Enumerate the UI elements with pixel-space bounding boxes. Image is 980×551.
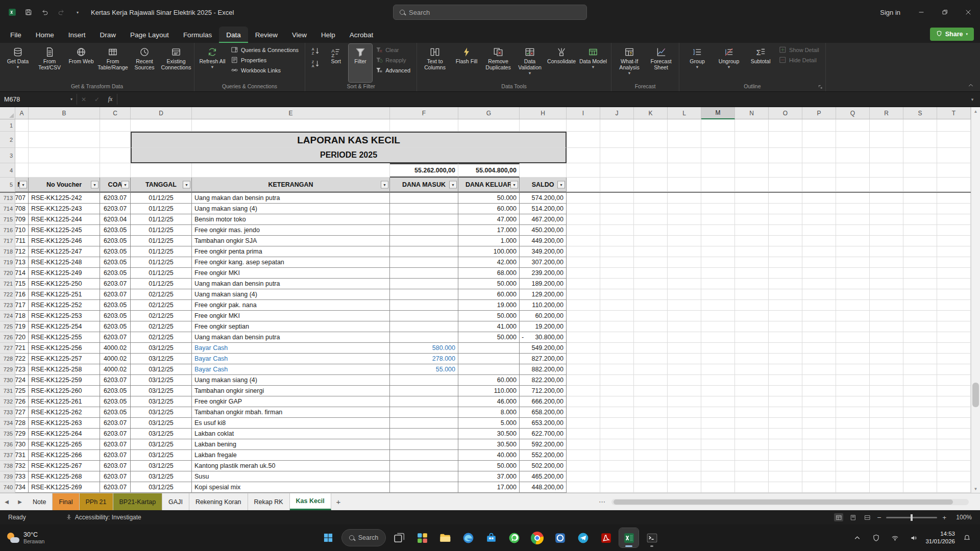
cell-S[interactable] (903, 471, 937, 482)
cell-M[interactable] (701, 450, 735, 461)
cell-I[interactable] (567, 375, 600, 386)
cell-F733[interactable] (390, 407, 458, 418)
cell-G727[interactable] (458, 343, 520, 354)
cell-M[interactable] (701, 311, 735, 321)
filter-button-F[interactable]: ▼ (449, 181, 457, 188)
cell-R[interactable] (870, 396, 903, 407)
cell-A716[interactable]: 710 (15, 225, 29, 236)
cell-Q[interactable] (836, 193, 870, 204)
cell-O[interactable] (769, 407, 802, 418)
cell-C[interactable] (100, 119, 131, 132)
properties-button[interactable]: Properties (230, 56, 301, 64)
cell-R[interactable] (870, 375, 903, 386)
workbook-links-button[interactable]: Workbook Links (230, 66, 301, 74)
cell-J[interactable] (600, 163, 634, 178)
cell-C715[interactable]: 6203.04 (100, 214, 131, 225)
row-header-729[interactable]: 729 (0, 364, 15, 375)
flash-fill-button[interactable]: Flash Fill (451, 44, 482, 82)
cell-F727[interactable]: 580.000 (390, 343, 458, 354)
cell-Q[interactable] (836, 268, 870, 279)
cell-E[interactable] (192, 119, 390, 132)
cell-A[interactable] (15, 119, 29, 132)
cell-A736[interactable]: 730 (15, 439, 29, 450)
cell-K[interactable] (634, 418, 668, 429)
insert-function-button[interactable]: fx (104, 95, 117, 103)
cell-G726[interactable]: 50.000 (458, 332, 520, 343)
cell-N[interactable] (735, 204, 769, 214)
cell-M[interactable] (701, 132, 735, 148)
cell-H734[interactable]: 653.200,00 (520, 418, 567, 429)
cell-Q[interactable] (836, 236, 870, 246)
cell-S[interactable] (903, 482, 937, 493)
cell-C729[interactable]: 4000.02 (100, 364, 131, 375)
column-header-R[interactable]: R (870, 107, 903, 119)
wifi-icon[interactable] (888, 531, 902, 545)
sheet-tab-pph-21[interactable]: PPh 21 (80, 493, 113, 510)
cell-L[interactable] (668, 418, 701, 429)
cell-K[interactable] (634, 450, 668, 461)
advanced-button[interactable]: Advanced (374, 66, 413, 74)
cell-N[interactable] (735, 225, 769, 236)
cell-O[interactable] (769, 119, 802, 132)
cell-J[interactable] (600, 364, 634, 375)
column-header-D[interactable]: D (131, 107, 192, 119)
cell-P[interactable] (802, 300, 836, 311)
cell-T[interactable] (937, 482, 971, 493)
cell-S[interactable] (903, 300, 937, 311)
cell-N[interactable] (735, 354, 769, 364)
cell-G737[interactable]: 40.000 (458, 450, 520, 461)
cell-P[interactable] (802, 193, 836, 204)
cell-B736[interactable]: RSE-KK1225-265 (29, 439, 100, 450)
cell-M[interactable] (701, 246, 735, 257)
cell-Q[interactable] (836, 343, 870, 354)
cell-H[interactable] (520, 163, 567, 178)
get-data-button[interactable]: Get Data▼ (3, 44, 33, 82)
cell-B723[interactable]: RSE-KK1225-252 (29, 300, 100, 311)
cell-Q[interactable] (836, 289, 870, 300)
cell-N[interactable] (735, 332, 769, 343)
cell-E732[interactable]: Free ongkir GAP (192, 396, 390, 407)
sheet-tab-note[interactable]: Note (27, 493, 53, 510)
taskbar-clock[interactable]: 14:53 31/01/2026 (925, 530, 955, 545)
row-header-725[interactable]: 725 (0, 321, 15, 332)
cell-M[interactable] (701, 461, 735, 471)
expand-formula-bar-button[interactable]: ▾ (965, 97, 980, 102)
cell-A717[interactable]: 711 (15, 236, 29, 246)
column-header-K[interactable]: K (634, 107, 668, 119)
cell-K[interactable] (634, 375, 668, 386)
cell-H736[interactable]: 592.200,00 (520, 439, 567, 450)
cell-K[interactable] (634, 214, 668, 225)
cell-H739[interactable]: 465.200,00 (520, 471, 567, 482)
cell-T[interactable] (937, 354, 971, 364)
cell-E736[interactable]: Lakban bening (192, 439, 390, 450)
column-header-I[interactable]: I (567, 107, 600, 119)
cell-I[interactable] (567, 225, 600, 236)
cell-R[interactable] (870, 471, 903, 482)
cell-I[interactable] (567, 300, 600, 311)
cell-A723[interactable]: 717 (15, 300, 29, 311)
cell-C735[interactable]: 6203.07 (100, 429, 131, 439)
horizontal-scrollbar[interactable] (611, 499, 969, 505)
cell-N[interactable] (735, 257, 769, 268)
cell-T[interactable] (937, 163, 971, 178)
cell-N[interactable] (735, 471, 769, 482)
file-explorer-icon[interactable] (435, 528, 455, 547)
cell-T[interactable] (937, 204, 971, 214)
cell-O[interactable] (769, 289, 802, 300)
cell-O[interactable] (769, 450, 802, 461)
cell-N[interactable] (735, 429, 769, 439)
cell-Q[interactable] (836, 204, 870, 214)
cell-L[interactable] (668, 429, 701, 439)
from-table-range-button[interactable]: From Table/Range (97, 44, 128, 82)
cell-P[interactable] (802, 148, 836, 163)
cell-P[interactable] (802, 343, 836, 354)
cell-I[interactable] (567, 418, 600, 429)
horizontal-scroll-thumb[interactable] (614, 499, 953, 505)
cell-M[interactable] (701, 300, 735, 311)
terminal-icon[interactable] (642, 528, 662, 547)
cell-P[interactable] (802, 204, 836, 214)
cell-H733[interactable]: 658.200,00 (520, 407, 567, 418)
cell-M[interactable] (701, 364, 735, 375)
cell-D723[interactable]: 02/12/25 (131, 300, 192, 311)
cell-N[interactable] (735, 343, 769, 354)
